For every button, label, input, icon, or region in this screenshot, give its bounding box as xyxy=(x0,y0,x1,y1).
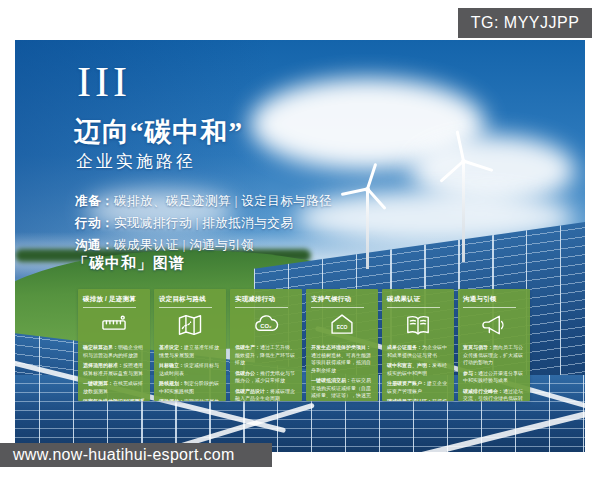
card-title: 碳排放 / 足迹测算 xyxy=(83,295,145,304)
ruler-icon xyxy=(83,310,145,340)
card-body: 基准设定：建立基准年排放情景与发展预测目标确立：设定减排目标与达成时间表路线规划… xyxy=(159,344,221,401)
point-lead: 沟通： xyxy=(75,238,114,252)
page-subtitle: 企业实施路径 xyxy=(76,150,196,173)
card-targets-roadmap: 设定目标与路线 基准设定：建立基准年排放情景与发展预测目标确立：设定减排目标与达… xyxy=(154,289,226,401)
divider xyxy=(235,307,288,308)
card-body: 开发生态环境保护类项目：通过植树造林、可再生能源等项目获得减排量，抵消自身剩余排… xyxy=(311,344,373,401)
divider xyxy=(463,307,516,308)
point-text: 实现减排行动 | 排放抵消与交易 xyxy=(114,216,293,230)
carbon-map-cards: 碳排放 / 足迹测算 确定核算边界：明确企业组织与运营边界内的排放源选择适用的标… xyxy=(78,289,530,401)
card-item: 低碳生产：通过工艺升级、能效提升，降低生产环节碳排放 xyxy=(235,344,297,367)
co2-cloud-icon: CO₂ xyxy=(235,310,297,340)
eco-house-icon: ECO xyxy=(311,310,373,340)
summary-points: 准备：碳排放、碳足迹测算 | 设定目标与路径 行动：实现减排行动 | 排放抵消与… xyxy=(75,190,332,256)
turbine-pole xyxy=(462,161,465,262)
svg-text:CO₂: CO₂ xyxy=(260,323,272,329)
card-item: 参与：通过公开渠道分享碳中和实践经验与成果 xyxy=(463,370,525,385)
card-climate-action: 支持气候行动 ECO 开发生态环境保护类项目：通过植树造林、可再生能源等项目获得… xyxy=(306,289,378,401)
point-act: 行动：实现减排行动 | 排放抵消与交易 xyxy=(75,212,332,234)
point-prepare: 准备：碳排放、碳足迹测算 | 设定目标与路径 xyxy=(75,190,332,212)
card-item: 注册碳资产账户：建立企业碳资产管理账户 xyxy=(387,380,449,395)
card-body: 低碳生产：通过工艺升级、能效提升，降低生产环节碳排放低碳办公：推行无纸化与节能办… xyxy=(235,344,297,401)
page-title: 迈向“碳中和” xyxy=(74,114,243,150)
card-item: 一键碳抵消交易：在碳交易市场购买核证减排量（自愿减排量、绿证等），快速完成抵消 xyxy=(311,377,373,401)
card-title: 沟通与引领 xyxy=(463,295,525,304)
megaphone-icon xyxy=(463,310,525,340)
card-body: 宣贯与倡导：面向员工与公众传播低碳理念，扩大减碳行动的影响力参与：通过公开渠道分… xyxy=(463,344,525,401)
card-item: 温室气体排放源识别(监测系统)：对各范围温室气体排放量进行计量与监测 xyxy=(83,398,145,401)
card-emission-reduction: 实现减排行动 CO₂ 低碳生产：通过工艺升级、能效提升，降低生产环节碳排放低碳办… xyxy=(230,289,302,401)
route-map-icon xyxy=(159,310,221,340)
divider xyxy=(159,307,212,308)
card-item: 滚动评估：定期评估进展并动态调整 xyxy=(159,398,221,401)
card-item: 碳减排量正式认证：获得权威机构出具的认证证书 xyxy=(387,398,449,401)
card-item: 碳减排行业峰会：通过论坛交流，引领行业绿色低碳转型 xyxy=(463,388,525,402)
card-item: 确定核算边界：明确企业组织与运营边界内的排放源 xyxy=(83,344,145,359)
card-title: 实现减排行动 xyxy=(235,295,297,304)
divider xyxy=(311,307,364,308)
section-number: III xyxy=(77,58,131,106)
card-certification: 碳成果认证 成果公证服务：为企业碳中和成果提供公证与背书碳中和宣言、声明：发布经… xyxy=(382,289,454,401)
card-title: 设定目标与路线 xyxy=(159,295,221,304)
turbine-pole xyxy=(366,189,369,269)
point-communicate: 沟通：碳成果认证 | 沟通与引领 xyxy=(75,234,332,256)
card-item: 开发生态环境保护类项目：通过植树造林、可再生能源等项目获得减排量，抵消自身剩余排… xyxy=(311,344,373,374)
background-photo: III 迈向“碳中和” 企业实施路径 准备：碳排放、碳足迹测算 | 设定目标与路… xyxy=(15,40,585,452)
card-title: 碳成果认证 xyxy=(387,295,449,304)
site-url-watermark: www.now-huatihui-esport.com xyxy=(0,443,272,467)
card-item: 宣贯与倡导：面向员工与公众传播低碳理念，扩大减碳行动的影响力 xyxy=(463,344,525,367)
tg-watermark-badge: TG: MYYJJPP xyxy=(458,8,592,38)
open-book-icon xyxy=(387,310,449,340)
card-item: 基准设定：建立基准年排放情景与发展预测 xyxy=(159,344,221,359)
card-emission-accounting: 碳排放 / 足迹测算 确定核算边界：明确企业组织与运营边界内的排放源选择适用的标… xyxy=(78,289,150,401)
card-title: 支持气候行动 xyxy=(311,295,373,304)
divider xyxy=(83,307,136,308)
card-item: 碳中和宣言、声明：发布经核实的碳中和声明 xyxy=(387,362,449,377)
card-item: 低碳办公：推行无纸化与节能办公，减少日常排放 xyxy=(235,370,297,385)
card-communication: 沟通与引领 宣贯与倡导：面向员工与公众传播低碳理念，扩大减碳行动的影响力参与：通… xyxy=(458,289,530,401)
svg-text:ECO: ECO xyxy=(337,325,348,330)
card-body: 确定核算边界：明确企业组织与运营边界内的排放源选择适用的标准：按照通用核算标准开… xyxy=(83,344,145,401)
card-item: 成果公证服务：为企业碳中和成果提供公证与背书 xyxy=(387,344,449,359)
point-text: 碳成果认证 | 沟通与引领 xyxy=(114,238,254,252)
card-item: 一键碳测算：在线完成碳排放数据测算 xyxy=(83,380,145,395)
point-text: 碳排放、碳足迹测算 | 设定目标与路径 xyxy=(114,194,332,208)
map-section-label: 「碳中和」图谱 xyxy=(73,254,185,273)
card-item: 低碳产品设计：将减碳理念融入产品全生命周期 xyxy=(235,388,297,402)
card-item: 目标确立：设定减排目标与达成时间表 xyxy=(159,362,221,377)
card-item: 路线规划：制定分阶段的碳中和实施路线图 xyxy=(159,380,221,395)
divider xyxy=(387,307,440,308)
point-lead: 准备： xyxy=(75,194,114,208)
card-item: 选择适用的标准：按照通用核算标准开展碳盘查与测算 xyxy=(83,362,145,377)
point-lead: 行动： xyxy=(75,216,114,230)
card-body: 成果公证服务：为企业碳中和成果提供公证与背书碳中和宣言、声明：发布经核实的碳中和… xyxy=(387,344,449,401)
